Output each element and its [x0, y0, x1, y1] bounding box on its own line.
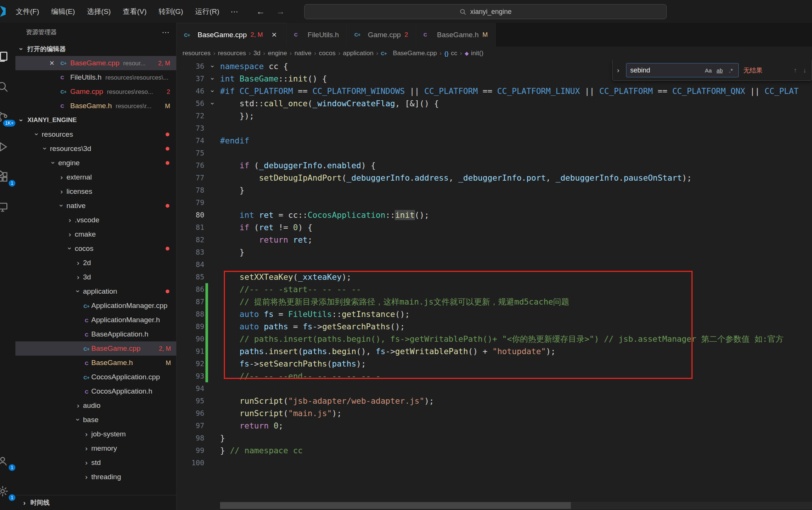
- previous-match-button[interactable]: ↑: [794, 66, 797, 74]
- toggle-replace-chevron-icon[interactable]: ›: [615, 66, 622, 74]
- source-control-activity-button[interactable]: 1K+: [0, 102, 15, 132]
- open-editors-header[interactable]: › 打开的编辑器: [15, 42, 176, 56]
- fold-chevron-icon[interactable]: ›: [206, 77, 219, 80]
- tree-item-audio[interactable]: ›audio: [15, 398, 176, 413]
- settings-gear-activity-button[interactable]: 1: [0, 476, 15, 506]
- tree-item-basegame-cpp[interactable]: C+BaseGame.cpp2, M: [15, 341, 176, 356]
- code-editor[interactable]: 36›namespace cc {37›int BaseGame::init()…: [177, 60, 812, 510]
- menu-g[interactable]: 转到(G): [152, 0, 189, 23]
- breadcrumb-item-application[interactable]: application: [343, 50, 373, 57]
- tree-item-cocosapplication-cpp[interactable]: C+CocosApplication.cpp: [15, 370, 176, 384]
- timeline-section-header[interactable]: › 时间线: [15, 495, 176, 510]
- tree-item-licenses[interactable]: ›licenses: [15, 184, 176, 199]
- code-line-98[interactable]: 98}: [177, 432, 812, 444]
- breadcrumb-item-engine[interactable]: engine: [268, 50, 287, 57]
- open-editor-item-basegame-h[interactable]: CBaseGame.hresources\r...M: [15, 99, 176, 113]
- tree-item-engine[interactable]: ›engine: [15, 156, 176, 170]
- tree-item-3d[interactable]: ›3d: [15, 270, 176, 284]
- breadcrumb-item-init[interactable]: ◆init(): [465, 50, 483, 57]
- breadcrumb-item-cocos[interactable]: cocos: [319, 50, 335, 57]
- tree-item-resources-3d[interactable]: ›resources\3d: [15, 142, 176, 156]
- breadcrumb-item-3d[interactable]: 3d: [254, 50, 261, 57]
- go-forward-button[interactable]: →: [276, 6, 285, 17]
- sidebar-more-actions-button[interactable]: ⋯: [162, 28, 169, 37]
- code-line-86[interactable]: 86 //-- -- -start-- -- -- --: [177, 283, 812, 296]
- explorer-activity-button[interactable]: [0, 42, 15, 72]
- remote-explorer-activity-button[interactable]: [0, 192, 15, 222]
- tree-item-base[interactable]: ›base: [15, 413, 176, 427]
- tree-item-memory[interactable]: ›memory: [15, 441, 176, 456]
- code-line-72[interactable]: 72 });: [177, 110, 812, 122]
- open-editor-item-game-cpp[interactable]: C+Game.cppresources\reso...2: [15, 84, 176, 99]
- menu-r[interactable]: 运行(R): [189, 0, 225, 23]
- menu-s[interactable]: 选择(S): [81, 0, 117, 23]
- project-root-header[interactable]: › XIANYI_ENGINE: [15, 113, 176, 127]
- fold-chevron-icon[interactable]: ›: [206, 89, 219, 93]
- code-line-82[interactable]: 82 return ret;: [177, 234, 812, 246]
- tree-item-threading[interactable]: ›threading: [15, 470, 176, 484]
- code-line-92[interactable]: 92 fs->setSearchPaths(paths);: [177, 358, 812, 370]
- tree-item-external[interactable]: ›external: [15, 170, 176, 184]
- code-line-76[interactable]: 76 if (_debuggerInfo.enabled) {: [177, 159, 812, 172]
- tab-basegame-cpp[interactable]: C+BaseGame.cpp2, M✕: [177, 23, 287, 47]
- code-line-89[interactable]: 89 auto paths = fs->getSearchPaths();: [177, 320, 812, 333]
- tree-item-application[interactable]: ›application: [15, 284, 176, 299]
- search-activity-button[interactable]: [0, 72, 15, 102]
- tab-fileutils-h[interactable]: CFileUtils.h: [287, 23, 347, 47]
- tree-item-resources[interactable]: ›resources: [15, 127, 176, 142]
- accounts-activity-button[interactable]: 1: [0, 446, 15, 476]
- tree-item-cocosapplication-h[interactable]: CCocosApplication.h: [15, 384, 176, 398]
- code-line-56[interactable]: 56› std::call_once(_windowCreateFlag, [&…: [177, 97, 812, 110]
- scrollbar-thumb[interactable]: [220, 502, 571, 509]
- code-line-97[interactable]: 97 return 0;: [177, 419, 812, 432]
- code-line-84[interactable]: 84: [177, 258, 812, 271]
- code-line-74[interactable]: 74#endif: [177, 134, 812, 147]
- tab-game-cpp[interactable]: C+Game.cpp2: [347, 23, 416, 47]
- go-back-button[interactable]: ←: [256, 6, 265, 17]
- tree-item-applicationmanager-cpp[interactable]: C+ApplicationManager.cpp: [15, 299, 176, 313]
- tree-item-baseapplication-h[interactable]: CBaseApplication.h: [15, 327, 176, 341]
- tree-item-cocos[interactable]: ›cocos: [15, 241, 176, 256]
- tree-item-applicationmanager-h[interactable]: CApplicationManager.h: [15, 313, 176, 327]
- code-line-85[interactable]: 85 setXXTeaKey(_xxteaKey);: [177, 271, 812, 283]
- code-line-100[interactable]: 100: [177, 457, 812, 469]
- code-line-94[interactable]: 94: [177, 382, 812, 395]
- code-line-88[interactable]: 88 auto fs = FileUtils::getInstance();: [177, 308, 812, 320]
- code-line-73[interactable]: 73: [177, 122, 812, 134]
- regex-toggle[interactable]: .*: [726, 65, 736, 75]
- code-line-83[interactable]: 83 }: [177, 246, 812, 258]
- code-line-87[interactable]: 87 // 提前将热更新目录添加到搜索路径，这样main.js文件就可以更新，规…: [177, 296, 812, 308]
- menu-e[interactable]: 编辑(E): [45, 0, 81, 23]
- open-editor-item-fileutils-h[interactable]: CFileUtils.hresources\resources\...: [15, 70, 176, 84]
- horizontal-scrollbar[interactable]: [220, 502, 812, 509]
- tree-item-cmake[interactable]: ›cmake: [15, 227, 176, 241]
- code-line-93[interactable]: 93 //-- -- --end-- -- -- -- -- -: [177, 370, 812, 382]
- open-editor-item-basegame-cpp[interactable]: ✕C+BaseGame.cppresour...2, M: [15, 56, 176, 70]
- breadcrumb-item-native[interactable]: native: [294, 50, 311, 57]
- fold-chevron-icon[interactable]: ›: [206, 101, 219, 105]
- tree-item-basegame-h[interactable]: CBaseGame.hM: [15, 356, 176, 370]
- code-line-78[interactable]: 78 }: [177, 184, 812, 196]
- find-input[interactable]: sebind Aa ab .*: [626, 63, 739, 77]
- code-line-77[interactable]: 77 setDebugIpAndPort(_debuggerInfo.addre…: [177, 172, 812, 184]
- breadcrumb-item-resources[interactable]: resources: [218, 50, 246, 57]
- tree-item-native[interactable]: ›native: [15, 199, 176, 213]
- close-editor-icon[interactable]: ✕: [49, 59, 60, 67]
- code-line-46[interactable]: 46›#if CC_PLATFORM == CC_PLATFORM_WINDOW…: [177, 85, 812, 97]
- menu-more-button[interactable]: ⋯: [225, 7, 243, 16]
- code-line-81[interactable]: 81 if (ret != 0) {: [177, 221, 812, 234]
- code-line-95[interactable]: 95 runScript("jsb-adapter/web-adapter.js…: [177, 395, 812, 407]
- code-line-79[interactable]: 79: [177, 196, 812, 209]
- code-line-91[interactable]: 91 paths.insert(paths.begin(), fs->getWr…: [177, 345, 812, 358]
- code-line-96[interactable]: 96 runScript("main.js");: [177, 407, 812, 419]
- code-line-90[interactable]: 90 // paths.insert(paths.begin(), fs->ge…: [177, 333, 812, 345]
- tab-basegame-h[interactable]: CBaseGame.hM: [416, 23, 496, 47]
- tree-item-vscode[interactable]: ›.vscode: [15, 213, 176, 227]
- breadcrumb-item-basegame-cpp[interactable]: C+BaseGame.cpp: [381, 50, 437, 57]
- tree-item-job-system[interactable]: ›job-system: [15, 427, 176, 441]
- match-case-toggle[interactable]: Aa: [703, 65, 714, 75]
- code-line-75[interactable]: 75: [177, 147, 812, 159]
- breadcrumb-item-resources[interactable]: resources: [183, 50, 211, 57]
- breadcrumb-item-cc[interactable]: {}cc: [444, 50, 457, 57]
- next-match-button[interactable]: ↓: [803, 66, 806, 74]
